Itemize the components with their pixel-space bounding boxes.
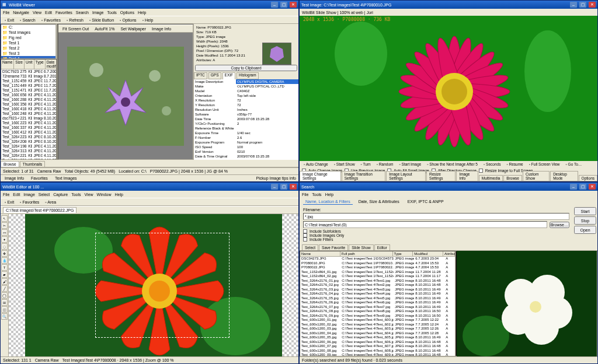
result-row[interactable]: Test_600x1200_03.jpgC:\Test images\Test … bbox=[300, 327, 455, 331]
tb-search[interactable]: ▫ Search bbox=[18, 18, 37, 22]
info-tab[interactable]: IPTC bbox=[194, 72, 207, 79]
menu-tools[interactable]: Tools bbox=[71, 192, 81, 197]
close-button[interactable]: ✕ bbox=[589, 2, 596, 8]
exif-row[interactable]: ISO Speed100 bbox=[194, 145, 298, 149]
result-row[interactable]: Test_600x1200_01.jpgC:\Test images\Test … bbox=[300, 318, 455, 323]
result-row[interactable]: Test_3264x2176_04.jpgC:\Test images\Test… bbox=[300, 292, 455, 296]
menu-image[interactable]: Image bbox=[92, 10, 103, 15]
slide-tab[interactable]: Browse bbox=[503, 175, 522, 181]
tb-exit[interactable]: ▫ Exit bbox=[3, 200, 16, 204]
folder-item[interactable]: 📁 Test 3 bbox=[1, 51, 55, 56]
wand-tool-icon[interactable]: ✦ bbox=[1, 236, 8, 243]
file-row[interactable]: dsc7923-4.png2218KBImage PNG8.10.2011 16… bbox=[1, 116, 56, 121]
result-row[interactable]: Test_3264x2176_05.jpgC:\Test images\Test… bbox=[300, 296, 455, 301]
slide-tab[interactable]: Options bbox=[579, 175, 597, 181]
col-header[interactable]: Size bbox=[14, 60, 25, 69]
crop-tool-icon[interactable]: ✂ bbox=[1, 222, 8, 229]
slide-control[interactable]: ▫ Full Screen View bbox=[527, 162, 562, 166]
file-row[interactable]: Test_3264x2176_01.jpg2238KBJPEG image8.1… bbox=[1, 135, 56, 139]
menu-window[interactable]: Window bbox=[97, 192, 112, 197]
filename-input[interactable] bbox=[303, 213, 569, 220]
exif-row[interactable]: Y Resolution72 bbox=[194, 103, 298, 107]
exif-row[interactable]: Image DescriptionOLYMPUS DIGITAL CAMERA bbox=[194, 79, 298, 84]
file-row[interactable]: Test_1600x1200_07.jpg223KBJPEG image4.11… bbox=[1, 121, 56, 125]
browse-button[interactable]: Browse… bbox=[550, 222, 569, 228]
menu-select[interactable]: Select bbox=[39, 192, 50, 197]
slide-control[interactable]: ▫ Start Image bbox=[397, 162, 423, 166]
slide-tab[interactable]: Resize Settings bbox=[426, 171, 456, 181]
result-row[interactable]: Test_600x1200_07.jpgC:\Test images\Test … bbox=[300, 344, 455, 349]
file-row[interactable]: Test_1600x1200_01.jpg658KBJPEG image4.11… bbox=[1, 93, 56, 97]
file-row[interactable]: 72rename.PNG733KBImage PNG8.7.2011 15:35 bbox=[1, 74, 56, 79]
text-tool-icon[interactable]: T bbox=[1, 264, 8, 271]
result-tab[interactable]: Save Favorite bbox=[319, 244, 348, 250]
slide-control[interactable]: ▫ Go To… bbox=[564, 162, 584, 166]
tb-exit[interactable]: ▫ Exit bbox=[3, 18, 16, 22]
col-header[interactable]: Name bbox=[300, 251, 340, 256]
exif-row[interactable]: Date Time2003:07:08 15:25:28 bbox=[194, 117, 298, 121]
maximize-button[interactable]: ▢ bbox=[280, 2, 287, 8]
close-button[interactable]: ✕ bbox=[290, 184, 297, 190]
menu-help[interactable]: Help bbox=[325, 192, 333, 197]
result-row[interactable]: Test_3264x2176_01.jpgC:\Test images\Test… bbox=[300, 279, 455, 284]
slide-control[interactable]: ▫ Start Show bbox=[332, 162, 357, 166]
slide-control[interactable]: ▫ Resume bbox=[505, 162, 524, 166]
result-row[interactable]: Test_600x1200_05.jpgC:\Test images\Test … bbox=[300, 335, 455, 340]
menu-edit[interactable]: Edit bbox=[13, 192, 20, 197]
slide-control[interactable]: ▫ Seconds bbox=[482, 162, 502, 166]
start-button[interactable]: Start bbox=[574, 207, 596, 215]
preview-tab[interactable]: AutoFit 1% bbox=[93, 27, 116, 31]
slide-tab[interactable]: Image Layout Settings bbox=[386, 171, 426, 181]
menu-tools[interactable]: Tools bbox=[312, 192, 321, 197]
menu-tools[interactable]: Tools bbox=[107, 10, 116, 15]
menu-edit[interactable]: Edit bbox=[45, 10, 52, 15]
tb-favorites[interactable]: ▫ Favorites bbox=[40, 18, 62, 22]
result-row[interactable]: Test_600x1200_08.jpgC:\Test images\Test … bbox=[300, 349, 455, 354]
info-tab[interactable]: GPS bbox=[208, 72, 221, 79]
tb-refresh[interactable]: ▫ Refresh bbox=[65, 18, 85, 22]
menu-search[interactable]: Search bbox=[76, 10, 89, 15]
tb-area[interactable]: ▫ Area bbox=[43, 200, 58, 204]
exif-row[interactable]: X Resolution72 bbox=[194, 98, 298, 103]
search-titlebar[interactable]: Search – ▢ ✕ bbox=[300, 183, 597, 191]
file-row[interactable]: Test_1600x1200_05.jpg248KBJPEG image4.11… bbox=[1, 111, 56, 116]
stop-button[interactable]: Stop bbox=[574, 216, 596, 225]
crop-selection[interactable] bbox=[95, 233, 230, 338]
pointer-tool-icon[interactable]: ↖ bbox=[1, 215, 8, 222]
exif-row[interactable]: OrientationTop left side bbox=[194, 93, 298, 98]
search-results[interactable]: NameFull pathTypeModifiedAttributes DSC0… bbox=[300, 251, 456, 356]
minimize-button[interactable]: – bbox=[271, 2, 278, 8]
result-row[interactable]: Test_3264x2176_06.jpgC:\Test images\Test… bbox=[300, 300, 455, 305]
close-button[interactable]: ✕ bbox=[589, 184, 596, 190]
menu-capture[interactable]: Capture bbox=[53, 192, 68, 197]
result-row[interactable]: Test_3264x2176_09.jpgC:\Test images\Test… bbox=[300, 314, 455, 318]
tb-slide-button[interactable]: ▫ Slide Button bbox=[88, 18, 116, 22]
exif-row[interactable]: Date & Time Digitized2003/07/08 15:25:28 bbox=[194, 159, 298, 160]
preview-tab[interactable]: Fit Screen Out bbox=[61, 27, 91, 31]
col-header[interactable]: Type bbox=[393, 251, 413, 256]
folder-item[interactable]: 📁 Test 1 bbox=[1, 40, 55, 46]
option-tab[interactable]: Thumbnails bbox=[20, 161, 46, 167]
file-row[interactable]: DSC7923-1.jpg275KBJPEG image6.7.2003 23:… bbox=[1, 69, 56, 74]
file-row[interactable]: Test_3264x2176_02.jpg2086KBJPEG image8.1… bbox=[1, 139, 56, 144]
result-row[interactable]: Test_3264x2176_02.jpgC:\Test images\Test… bbox=[300, 283, 455, 288]
info-tab[interactable]: Histogram bbox=[237, 72, 259, 79]
search-checkbox[interactable]: Include Subfolders bbox=[303, 229, 569, 233]
slide-tab[interactable]: Multimedia bbox=[479, 175, 503, 181]
menu-help[interactable]: Help bbox=[114, 192, 123, 197]
preview-tab[interactable]: Set Wallpaper bbox=[119, 27, 148, 31]
slide-tab[interactable]: Image Change Settings bbox=[300, 171, 341, 181]
folder-item[interactable]: 📁 Fig red bbox=[1, 35, 55, 40]
file-row[interactable]: Test_1600x1200_03.jpg358KBJPEG image4.11… bbox=[1, 102, 56, 107]
result-row[interactable]: Test_600x1200_02.jpgC:\Test images\Test … bbox=[300, 323, 455, 327]
lasso-tool-icon[interactable]: ◌ bbox=[1, 243, 8, 250]
col-header[interactable]: Full path bbox=[340, 251, 393, 256]
col-header[interactable]: Name bbox=[1, 60, 14, 69]
result-row[interactable]: Test_600x1200_04.jpgC:\Test images\Test … bbox=[300, 331, 455, 336]
open-button[interactable]: Open bbox=[574, 226, 596, 234]
tb-favorites[interactable]: ▫ Favorites bbox=[18, 200, 41, 204]
slide-control[interactable]: ▫ Auto Change bbox=[302, 162, 330, 166]
slide-control[interactable]: ▫ Show the Next Image After 5 bbox=[425, 162, 479, 166]
folder-item[interactable]: 📁 C: bbox=[1, 24, 55, 30]
slide-control[interactable]: ▫ Turn bbox=[359, 162, 373, 166]
